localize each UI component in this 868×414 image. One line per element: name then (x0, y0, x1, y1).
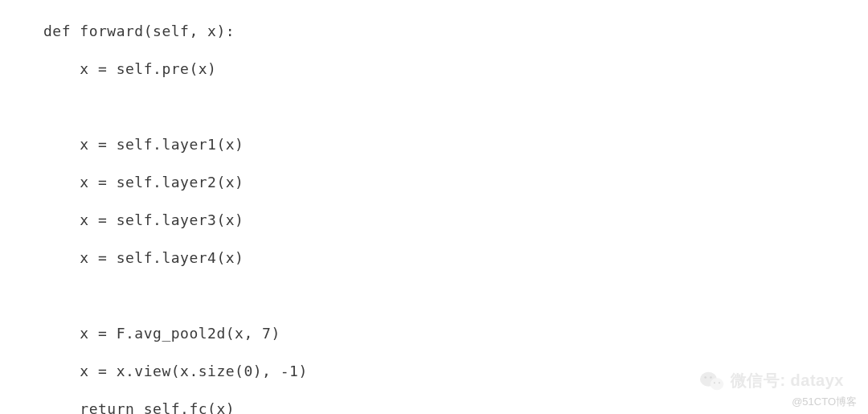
wechat-icon (700, 371, 724, 391)
svg-point-3 (710, 376, 712, 379)
svg-point-2 (704, 376, 706, 379)
code-content: def forward(self, x): x = self.pre(x) x … (43, 23, 308, 414)
svg-point-4 (714, 382, 715, 383)
svg-point-5 (719, 382, 720, 383)
footer-attribution: @51CTO博客 (792, 395, 857, 409)
wechat-watermark: 微信号: datayx (700, 370, 844, 391)
svg-point-1 (710, 378, 724, 390)
code-snippet: def forward(self, x): x = self.pre(x) x … (0, 0, 868, 414)
watermark-text: 微信号: datayx (731, 370, 844, 391)
